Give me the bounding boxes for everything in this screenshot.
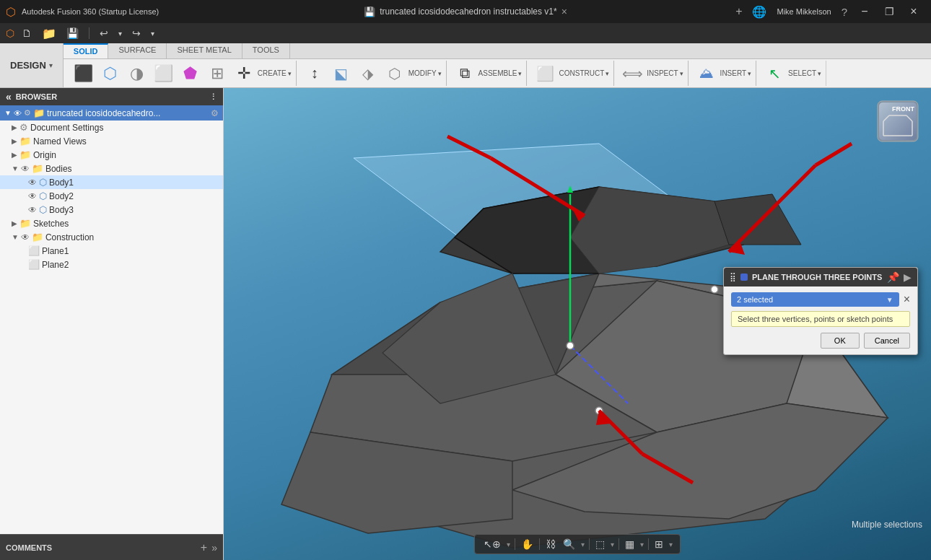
design-menu-btn[interactable]: DESIGN ▾ [0, 43, 64, 87]
minimize-btn[interactable]: − [853, 1, 876, 22]
sweep-btn[interactable]: ⬜ [151, 64, 177, 83]
select-icon: ↖ [769, 65, 781, 82]
body2-eye-icon[interactable]: 👁 [28, 191, 37, 201]
measure-btn[interactable]: ⟺ [619, 64, 646, 84]
revolve-icon: ◑ [130, 66, 144, 82]
construction-eye-icon[interactable]: 👁 [21, 232, 30, 242]
move-btn[interactable]: ✛ [231, 64, 257, 83]
dialog-cancel-btn[interactable]: Cancel [864, 333, 910, 349]
tree-item-body2[interactable]: ▶ 👁 ⬡ Body2 [0, 189, 223, 203]
root-eye-icon[interactable]: 👁 [14, 109, 22, 118]
dialog-select-input[interactable]: 2 selected ▼ [731, 292, 899, 307]
extrude-btn[interactable]: ⬡ [97, 64, 123, 83]
zoom-btn[interactable]: 🔍 [560, 537, 578, 551]
nav-cube[interactable]: FRONT [872, 95, 924, 147]
insert-label[interactable]: INSERT▾ [720, 69, 752, 77]
tree-item-body3[interactable]: ▶ 👁 ⬡ Body3 [0, 203, 223, 216]
tab-tools[interactable]: TOOLS [242, 43, 290, 58]
design-label: DESIGN [10, 60, 46, 71]
tool-dropdown3[interactable]: ▾ [609, 541, 616, 548]
comments-expand-btn[interactable]: » [211, 542, 217, 554]
browser-collapse-btn[interactable]: « [6, 91, 12, 102]
fillet-btn[interactable]: ⬕ [328, 64, 354, 84]
select-btn[interactable]: ↖ [761, 64, 787, 84]
dialog-expand-btn[interactable]: ▶ [904, 271, 912, 283]
chamfer-btn[interactable]: ⬗ [355, 64, 381, 84]
create-label[interactable]: CREATE▾ [258, 69, 292, 77]
push-pull-btn[interactable]: ↕ [302, 64, 328, 83]
user-name: Mike Mikkelson [772, 7, 835, 16]
shell-btn[interactable]: ⬡ [382, 64, 408, 84]
revolve-btn[interactable]: ◑ [124, 64, 150, 83]
tree-item-plane1[interactable]: ▶ ⬜ Plane1 [0, 244, 223, 258]
redo-dropdown[interactable]: ▾ [148, 28, 157, 39]
select-label[interactable]: SELECT▾ [788, 69, 821, 77]
body1-eye-icon[interactable]: 👁 [28, 178, 37, 188]
loft-btn[interactable]: ⬟ [178, 64, 204, 83]
body3-label: Body3 [49, 205, 74, 215]
close-tab-btn[interactable]: × [561, 6, 567, 17]
tree-item-bodies[interactable]: ▼ 👁 📁 Bodies [0, 162, 223, 175]
construct-label[interactable]: CONSTRUCT▾ [559, 69, 609, 77]
tree-item-named-views[interactable]: ▶ 📁 Named Views [0, 134, 223, 148]
modify-label[interactable]: MODIFY▾ [408, 69, 442, 77]
help-btn[interactable]: ? [837, 4, 852, 19]
add-tab-btn[interactable]: + [731, 4, 746, 19]
chamfer-icon: ⬗ [362, 65, 373, 82]
dialog-drag-handle[interactable]: ⣿ [730, 272, 736, 282]
plane2-spacer: ▶ [20, 261, 26, 268]
sweep-icon: ⬜ [154, 66, 173, 82]
construct-btn[interactable]: ⬜ [532, 64, 558, 84]
svg-marker-10 [570, 187, 729, 274]
tab-sheet-metal[interactable]: SHEET METAL [167, 43, 242, 58]
tree-item-origin[interactable]: ▶ 📁 Origin [0, 148, 223, 162]
dialog-clear-btn[interactable]: × [904, 293, 910, 306]
pan-btn[interactable]: ✋ [518, 537, 536, 551]
assemble-label[interactable]: ASSEMBLE▾ [478, 69, 523, 77]
tree-item-sketches[interactable]: ▶ 📁 Sketches [0, 216, 223, 230]
tab-solid[interactable]: SOLID [64, 43, 109, 58]
select-tool-btn[interactable]: ↖⊕ [481, 537, 504, 551]
root-gear-icon[interactable]: ⚙ [24, 108, 31, 118]
construction-folder-icon: 📁 [32, 232, 43, 242]
viewport[interactable]: FRONT ⣿ PLANE THROUGH THREE POINTS 📌 ▶ 2… [224, 88, 931, 560]
link-btn[interactable]: ⛓ [543, 537, 559, 551]
close-btn[interactable]: × [902, 1, 925, 22]
new-btn[interactable]: 🗋 [19, 26, 35, 40]
tool-dropdown5[interactable]: ▾ [668, 541, 674, 548]
redo-btn[interactable]: ↪ [129, 26, 144, 40]
tool-dropdown2[interactable]: ▾ [580, 541, 586, 548]
tree-item-doc-settings[interactable]: ▶ ⚙ Document Settings [0, 121, 223, 134]
browser-options-btn[interactable]: ⋮ [209, 92, 217, 102]
construction-expand-icon: ▼ [12, 233, 19, 241]
insert-btn[interactable]: ⛰ [694, 64, 720, 83]
undo-btn[interactable]: ↩ [97, 26, 111, 40]
create-group: ⬛ ⬡ ◑ ⬜ ⬟ ⊞ [66, 61, 297, 86]
grid-btn[interactable]: ▦ [622, 537, 637, 551]
root-settings-icon[interactable]: ⚙ [211, 108, 219, 118]
tree-item-root[interactable]: ▼ 👁 ⚙ 📁 truncated icosidodecahedro... ⚙ [0, 105, 223, 121]
new-component-btn[interactable]: ⬛ [71, 64, 97, 83]
save-btn[interactable]: 💾 [64, 26, 82, 40]
comments-add-btn[interactable]: + [201, 541, 207, 554]
named-views-folder-icon: 📁 [19, 136, 31, 146]
view-btn[interactable]: ⊞ [652, 537, 666, 551]
tool-dropdown1[interactable]: ▾ [505, 541, 512, 548]
body3-eye-icon[interactable]: 👁 [28, 205, 37, 215]
display-btn[interactable]: ⬚ [593, 537, 608, 551]
open-btn[interactable]: 📁 [39, 25, 59, 42]
maximize-btn[interactable]: ❐ [878, 1, 901, 22]
undo-dropdown[interactable]: ▾ [115, 28, 125, 39]
bodies-eye-icon[interactable]: 👁 [21, 164, 30, 174]
joint-btn[interactable]: ⧉ [452, 64, 478, 83]
tool-dropdown4[interactable]: ▾ [639, 541, 645, 548]
more-create-btn[interactable]: ⊞ [204, 64, 230, 83]
tree-item-body1[interactable]: ▶ 👁 ⬡ Body1 [0, 175, 223, 189]
tree-item-construction[interactable]: ▼ 👁 📁 Construction [0, 230, 223, 244]
tree-item-plane2[interactable]: ▶ ⬜ Plane2 [0, 258, 223, 271]
dialog-ok-btn[interactable]: OK [821, 333, 860, 349]
loft-icon: ⬟ [183, 66, 197, 82]
inspect-label[interactable]: INSPECT▾ [647, 69, 683, 77]
dialog-pin-btn[interactable]: 📌 [887, 271, 899, 283]
tab-surface[interactable]: SURFACE [108, 43, 167, 58]
